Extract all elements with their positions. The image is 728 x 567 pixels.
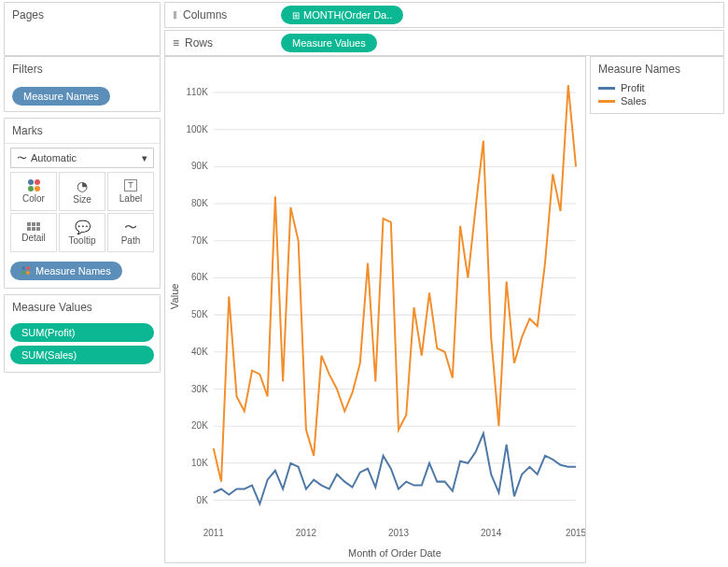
mark-path[interactable]: 〜 Path — [107, 213, 154, 252]
legend-item[interactable]: Sales — [598, 94, 716, 107]
mark-label[interactable]: T Label — [107, 172, 154, 211]
filters-title: Filters — [5, 57, 160, 81]
detail-icon — [27, 222, 40, 231]
rows-text: Rows — [185, 36, 213, 50]
columns-pill-label: MONTH(Order Da.. — [303, 9, 392, 21]
color-icon — [28, 179, 40, 191]
columns-shelf[interactable]: ⦀ Columns ⊞ MONTH(Order Da.. — [164, 2, 724, 28]
mark-path-label: Path — [121, 235, 141, 246]
date-icon: ⊞ — [292, 10, 300, 21]
marks-title: Marks — [5, 119, 160, 144]
svg-text:2011: 2011 — [203, 527, 225, 537]
legend-swatch — [598, 100, 615, 103]
svg-text:90K: 90K — [191, 161, 208, 171]
mark-label-label: Label — [119, 193, 142, 204]
filter-pill-measure-names[interactable]: Measure Names — [12, 87, 110, 106]
marks-type-label: Automatic — [31, 152, 77, 163]
marks-card: Marks 〜 Automatic ▾ — [4, 118, 161, 289]
mark-detail-label: Detail — [21, 233, 46, 243]
svg-text:Value: Value — [169, 283, 180, 309]
svg-text:80K: 80K — [191, 198, 208, 208]
path-icon: 〜 — [124, 220, 137, 234]
label-icon: T — [124, 179, 137, 191]
svg-text:30K: 30K — [191, 383, 208, 393]
mv-pill-1-label: SUM(Sales) — [21, 349, 77, 361]
svg-text:50K: 50K — [191, 309, 208, 319]
legend-card: Measure Names ProfitSales — [590, 56, 724, 114]
svg-text:Month of Order Date: Month of Order Date — [348, 547, 441, 559]
marks-color-pill[interactable]: Measure Names — [10, 262, 122, 280]
measure-value-pill-profit[interactable]: SUM(Profit) — [10, 323, 154, 342]
svg-text:10K: 10K — [191, 458, 208, 468]
mark-color-label: Color — [22, 193, 45, 204]
columns-icon: ⦀ — [173, 8, 177, 21]
mark-size-label: Size — [73, 194, 91, 205]
mark-detail[interactable]: Detail — [10, 213, 57, 252]
columns-text: Columns — [183, 8, 227, 21]
mark-tooltip[interactable]: 💬 Tooltip — [59, 213, 105, 252]
legend-swatch — [598, 87, 615, 90]
svg-text:110K: 110K — [187, 87, 209, 97]
mark-tooltip-label: Tooltip — [69, 235, 96, 246]
mark-color[interactable]: Color — [10, 172, 57, 211]
rows-shelf-label: ≡ Rows — [165, 36, 277, 50]
svg-text:20K: 20K — [191, 420, 208, 431]
chart-viewport[interactable]: 0K10K20K30K40K50K60K70K80K90K100K110K201… — [164, 56, 586, 563]
mv-pill-0-label: SUM(Profit) — [21, 327, 75, 338]
mark-size[interactable]: ◔ Size — [59, 172, 105, 211]
marks-pill-label: Measure Names — [35, 265, 111, 276]
chevron-down-icon: ▾ — [142, 152, 147, 164]
filters-card: Filters Measure Names — [4, 56, 161, 112]
filter-pill-label: Measure Names — [23, 91, 99, 102]
rows-pill[interactable]: Measure Values — [281, 34, 377, 52]
color-pill-icon — [21, 266, 30, 275]
columns-pill[interactable]: ⊞ MONTH(Order Da.. — [281, 6, 403, 24]
size-icon: ◔ — [77, 179, 88, 192]
rows-pill-label: Measure Values — [292, 37, 366, 49]
marks-type-dropdown[interactable]: 〜 Automatic ▾ — [10, 148, 154, 168]
legend-item[interactable]: Profit — [598, 81, 716, 94]
rows-icon: ≡ — [173, 36, 179, 50]
measure-values-title: Measure Values — [5, 295, 160, 319]
svg-text:2013: 2013 — [388, 527, 410, 537]
svg-text:2012: 2012 — [296, 527, 317, 537]
measure-value-pill-sales[interactable]: SUM(Sales) — [10, 346, 154, 364]
legend-label: Sales — [621, 95, 647, 106]
svg-text:2015: 2015 — [566, 527, 585, 537]
legend-title: Measure Names — [591, 57, 723, 81]
svg-text:40K: 40K — [191, 347, 208, 357]
svg-text:70K: 70K — [191, 235, 208, 246]
measure-values-card: Measure Values SUM(Profit) SUM(Sales) — [4, 294, 161, 373]
legend-label: Profit — [621, 82, 645, 93]
svg-text:2014: 2014 — [481, 527, 502, 537]
svg-text:60K: 60K — [191, 272, 208, 282]
svg-text:100K: 100K — [187, 124, 209, 135]
columns-shelf-label: ⦀ Columns — [165, 8, 277, 21]
marks-type-icon: 〜 Automatic — [17, 151, 77, 165]
pages-label: Pages — [5, 3, 160, 27]
svg-text:0K: 0K — [197, 494, 208, 504]
rows-shelf[interactable]: ≡ Rows Measure Values — [164, 30, 724, 56]
pages-shelf[interactable]: Pages — [4, 2, 161, 56]
tooltip-icon: 💬 — [75, 220, 91, 234]
